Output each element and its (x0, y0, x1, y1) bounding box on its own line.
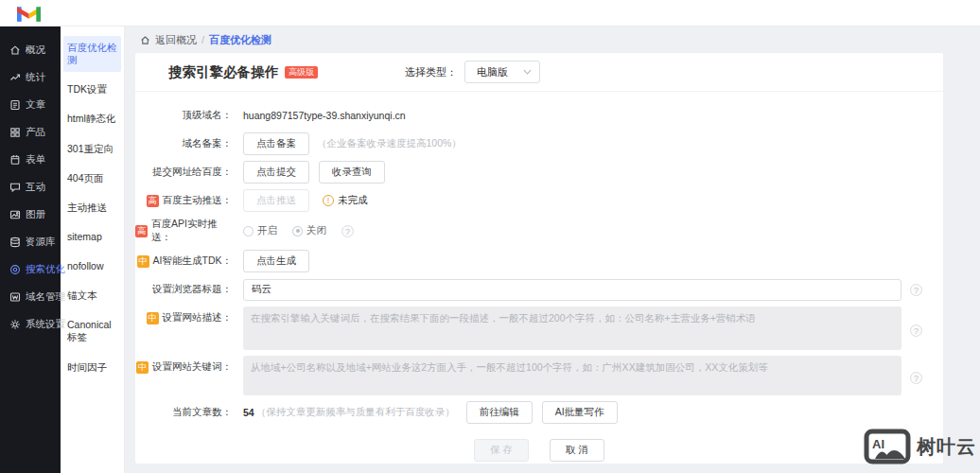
sidebar-item-label: 图册 (26, 208, 45, 221)
warning-icon: ! (323, 195, 334, 206)
card-header: 搜索引擎必备操作 高级版 选择类型： 电脑版 (135, 53, 943, 92)
radio-circle-icon (292, 226, 303, 236)
row-ai-tdk: 中 AI智能生成TDK： 点击生成 (135, 250, 943, 272)
ai-tdk-label: AI智能生成TDK： (153, 254, 232, 268)
submit-url-button[interactable]: 点击提交 (243, 161, 309, 184)
sidebar-item-label: 文章 (26, 98, 45, 112)
cancel-button[interactable]: 取 消 (550, 439, 604, 462)
submenu-item-push[interactable]: 主动推送 (63, 196, 121, 219)
row-api-push: 高 百度API实时推送： 开启 关闭 ? (135, 218, 943, 244)
sidebar-item-gallery[interactable]: 图册 (0, 201, 61, 228)
row-article-count: 当前文章数： 54 （保持文章更新频率与质量有利于百度收录） 前往编辑 AI批量… (135, 401, 943, 424)
sidebar-item-domains[interactable]: 域名管理 (0, 283, 61, 310)
radio-circle-icon (243, 226, 254, 236)
beian-button[interactable]: 点击备案 (243, 132, 309, 155)
seo-form: 顶级域名： huang897157type-39.shanxiyunqi.cn … (135, 92, 943, 462)
secondary-menu: 百度优化检测 TDK设置 html静态化 301重定向 404页面 主动推送 s… (61, 26, 125, 473)
sidebar-item-articles[interactable]: 文章 (0, 91, 61, 118)
sidebar-item-label: 产品 (26, 126, 45, 139)
sidebar-item-library[interactable]: 资源库 (0, 228, 61, 255)
submenu-item-canonical[interactable]: Canonical标签 (63, 313, 121, 349)
sidebar-item-label: 统计 (26, 71, 45, 84)
device-type-select[interactable]: 电脑版 (464, 61, 540, 83)
sidebar-item-stats[interactable]: 统计 (0, 63, 61, 91)
row-browser-title: 设置浏览器标题： ? (135, 278, 943, 301)
domain-icon (9, 291, 21, 303)
priority-high-badge: 高 (135, 225, 148, 237)
submenu-item-nofollow[interactable]: nofollow (63, 254, 121, 278)
priority-medium-badge: 中 (136, 361, 149, 374)
sidebar-item-settings[interactable]: 系统设置 (0, 310, 61, 338)
article-icon (9, 99, 21, 111)
product-grid-icon (9, 127, 21, 138)
primary-sidebar: 概况 统计 文章 产品 表单 互动 图册 资源库 搜索优化 域名管理 系统设置 (0, 26, 61, 473)
chat-icon (9, 182, 21, 193)
sidebar-item-label: 表单 (26, 153, 45, 166)
submenu-item-tdk[interactable]: TDK设置 (63, 78, 121, 101)
browser-title-label: 设置浏览器标题： (152, 283, 232, 296)
top-domain-value: huang897157type-39.shanxiyunqi.cn (243, 110, 406, 121)
submenu-item-html-static[interactable]: html静态化 (63, 107, 121, 131)
sidebar-item-forms[interactable]: 表单 (0, 146, 61, 173)
breadcrumb-current: 百度优化检测 (209, 33, 271, 47)
beian-note: （企业备案收录速度提高100%） (317, 137, 462, 150)
library-icon (9, 236, 21, 248)
index-query-button[interactable]: 收录查询 (319, 161, 385, 184)
seo-icon (9, 264, 21, 275)
mail-logo-icon[interactable] (17, 4, 41, 22)
watermark-ai-logo-icon: AI (864, 428, 911, 465)
submenu-item-404[interactable]: 404页面 (63, 166, 121, 190)
breadcrumb: 返回概况 / 百度优化检测 (125, 26, 980, 53)
question-icon[interactable]: ? (910, 324, 922, 337)
breadcrumb-home-link[interactable]: 返回概况 (155, 33, 197, 47)
push-status-text: 未完成 (338, 194, 368, 207)
gear-icon (9, 319, 21, 330)
watermark: AI 树叶云 (864, 428, 976, 465)
row-top-domain: 顶级域名： huang897157type-39.shanxiyunqi.cn (135, 104, 943, 127)
form-footer: 保 存 取 消 (135, 439, 943, 462)
row-site-description: 中 设置网站描述： ? (135, 307, 943, 350)
active-push-label: 百度主动推送： (163, 194, 233, 207)
push-status: ! 未完成 (323, 194, 368, 207)
device-type-value: 电脑版 (477, 65, 508, 79)
main-card: 搜索引擎必备操作 高级版 选择类型： 电脑版 顶级域名： huang897157… (135, 53, 943, 464)
article-count-value: 54 (243, 407, 254, 418)
save-button[interactable]: 保 存 (474, 439, 529, 462)
top-domain-label: 顶级域名： (183, 109, 233, 122)
premium-badge: 高级版 (285, 66, 318, 79)
question-icon[interactable]: ? (910, 372, 922, 384)
sidebar-item-seo[interactable]: 搜索优化 (0, 255, 61, 283)
radio-api-push-on[interactable]: 开启 (243, 224, 277, 237)
site-description-textarea[interactable] (243, 307, 901, 350)
submenu-item-baidu-check[interactable]: 百度优化检测 (63, 36, 121, 72)
sidebar-item-label: 域名管理 (26, 290, 65, 304)
ai-generate-button[interactable]: 点击生成 (243, 250, 309, 272)
radio-on-label: 开启 (257, 224, 277, 237)
priority-medium-badge: 中 (147, 312, 159, 324)
sidebar-item-overview[interactable]: 概况 (0, 36, 61, 63)
sidebar-item-label: 概况 (26, 44, 45, 57)
question-icon[interactable]: ? (341, 225, 354, 237)
push-button-disabled[interactable]: 点击推送 (243, 189, 309, 212)
question-icon[interactable]: ? (910, 284, 922, 296)
sidebar-item-label: 搜索优化 (26, 263, 65, 276)
submenu-item-sitemap[interactable]: sitemap (63, 225, 121, 249)
article-count-note: （保持文章更新频率与质量有利于百度收录） (256, 406, 455, 419)
browser-title-input[interactable] (243, 279, 901, 301)
sidebar-item-products[interactable]: 产品 (0, 118, 61, 146)
submenu-item-time-factor[interactable]: 时间因子 (63, 356, 121, 379)
submenu-item-anchor[interactable]: 锚文本 (63, 284, 121, 307)
priority-medium-badge: 中 (137, 255, 149, 268)
priority-high-badge: 高 (147, 195, 159, 207)
site-keywords-label: 设置网站关键词： (152, 360, 232, 374)
sidebar-item-interaction[interactable]: 互动 (0, 173, 61, 201)
content-area: 返回概况 / 百度优化检测 搜索引擎必备操作 高级版 选择类型： 电脑版 顶级域… (125, 26, 980, 473)
site-keywords-textarea[interactable] (243, 356, 901, 395)
stats-icon (9, 72, 21, 83)
go-edit-button[interactable]: 前往编辑 (466, 401, 533, 424)
row-submit-url: 提交网址给百度： 点击提交 收录查询 (135, 161, 943, 184)
radio-api-push-off[interactable]: 关闭 (292, 224, 326, 237)
form-icon (9, 154, 21, 166)
submenu-item-301[interactable]: 301重定向 (63, 137, 121, 161)
ai-batch-write-button[interactable]: AI批量写作 (542, 401, 618, 424)
